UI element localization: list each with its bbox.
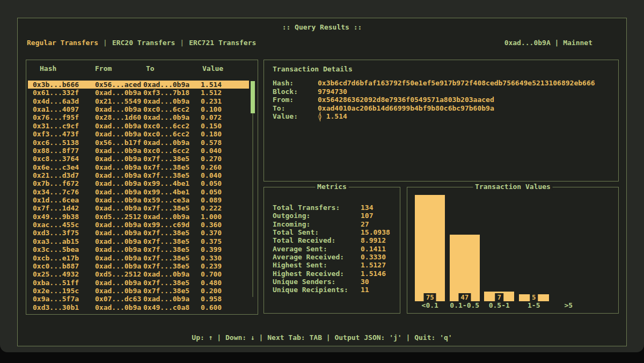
chart-bar: 5 — [519, 294, 549, 301]
scrollbar-track[interactable] — [252, 81, 253, 297]
detail-field: To:0xad4010ac206b14d66999b4bf9b80c6bc97b… — [273, 104, 613, 113]
metric-row: Highest Sent:1.5127 — [273, 261, 396, 269]
cell-from: 0xad...0b9a — [95, 130, 143, 138]
metric-row: Incoming:27 — [273, 220, 396, 228]
metric-value: 27 — [361, 220, 369, 228]
cell-to: 0x99...c69d — [143, 221, 201, 229]
metric-label: Unique Recipients: — [273, 286, 361, 294]
table-row[interactable]: 0xac...455c0xad...0b9a0x99...c69d0.360 — [28, 221, 249, 229]
chart-bar-area — [551, 195, 586, 301]
metrics-panel: Metrics Total Transfers:134Outgoing:107I… — [264, 187, 400, 314]
table-row[interactable]: 0x88...8f770xad...0b9a0xc0...6cc20.040 — [28, 147, 249, 155]
table-row[interactable]: 0x1d...6cea0xad...0b9a0x59...ce3a0.089 — [28, 196, 249, 204]
table-row[interactable]: 0x61...332f0xad...0b9a0xf3...7b181.512 — [28, 89, 249, 97]
cell-to: 0xad...0b9a — [143, 295, 201, 303]
table-row[interactable]: 0xc8...37640xad...0b9a0x7f...38e50.270 — [28, 155, 249, 163]
bar-chart: 75<0.1470.1-0.570.5-151-5>5 — [413, 195, 586, 310]
cell-hash: 0x4d...6a3d — [33, 97, 95, 105]
table-row[interactable]: 0x31...c9cf0xad...0b9a0xc0...6cc20.150 — [28, 122, 249, 130]
cell-to: 0x7f...38e5 — [143, 279, 201, 287]
metric-row: Outgoing:107 — [273, 212, 396, 220]
metric-value: 8.9912 — [361, 236, 386, 244]
metric-value: 1.5146 — [361, 270, 386, 278]
cell-from: 0xad...0b9a — [95, 237, 143, 245]
detail-field-value: 0x3b6cd7d6bfaf163792f50e1ef5e917b972f408… — [318, 79, 595, 88]
table-row[interactable]: 0xa3...ab150xad...0b9a0x7f...38e50.375 — [28, 237, 249, 245]
cell-to: 0x7f...38e5 — [143, 245, 201, 253]
metric-label: Total Transfers: — [273, 204, 361, 212]
metrics-list: Total Transfers:134Outgoing:107Incoming:… — [273, 204, 396, 294]
detail-field: Value:◊ 1.514 — [273, 112, 613, 121]
cell-from: 0xad...0b9a — [95, 303, 143, 311]
cell-value: 0.600 — [201, 303, 222, 311]
metric-value: 1.5127 — [361, 261, 386, 269]
table-row[interactable]: 0x49...9b380xd5...25120xad...0b9a1.000 — [28, 213, 249, 221]
cell-from: 0xad...0b9a — [95, 179, 143, 187]
scrollbar-thumb[interactable] — [251, 81, 255, 113]
cell-hash: 0x7b...f672 — [33, 179, 95, 187]
cell-hash: 0x7f...1d42 — [33, 204, 95, 212]
wallet-separator: | — [551, 39, 563, 47]
table-row[interactable]: 0xf3...473f0xad...0b9a0xc0...6cc20.180 — [28, 130, 249, 138]
metric-value: 0.1411 — [361, 245, 386, 253]
chart-bar-value: 75 — [424, 293, 436, 301]
table-row[interactable]: 0x7b...f6720xad...0b9a0x99...4be10.050 — [28, 179, 249, 187]
chart-bar-value: 5 — [530, 293, 538, 301]
tab-erc20-transfers[interactable]: ERC20 Transfers — [112, 39, 175, 47]
cell-to: 0x49...c0a8 — [143, 303, 201, 311]
cell-hash: 0xd3...3f75 — [33, 229, 95, 237]
metric-row: Unique Recipients:11 — [273, 286, 396, 294]
cell-hash: 0xac...455c — [33, 221, 95, 229]
table-row[interactable]: 0x34...7c760xad...0b9a0x99...4be10.050 — [28, 188, 249, 196]
cell-to: 0xad...0b9a — [143, 97, 201, 105]
chart-bar-value: 7 — [495, 293, 503, 301]
table-row[interactable]: 0xc0...b8870xad...0b9a0x7f...38e50.239 — [28, 262, 249, 270]
table-row[interactable]: 0x3b...b6660x56...aced0xad...0b9a1.514 — [28, 81, 249, 89]
table-row[interactable]: 0x7f...1d420xad...0b9a0x7f...38e50.222 — [28, 204, 249, 212]
cell-to: 0x59...ce3a — [143, 196, 201, 204]
cell-value: 0.480 — [201, 279, 222, 287]
tab-regular-transfers[interactable]: Regular Transfers — [27, 39, 98, 47]
tab-separator: | — [180, 39, 184, 47]
cell-to: 0xc0...6cc2 — [143, 122, 201, 130]
cell-value: 0.040 — [201, 147, 222, 155]
keybindings-footer: Up: ↑ | Down: ↓ | Next Tab: TAB | Output… — [18, 333, 626, 342]
cell-hash: 0x3c...5bea — [33, 245, 95, 253]
cell-from: 0x28...1d60 — [95, 113, 143, 121]
table-row[interactable]: 0x76...f95f0x28...1d600xad...0b9a0.072 — [28, 113, 249, 121]
cell-from: 0xd5...2512 — [95, 213, 143, 221]
metric-label: Incoming: — [273, 220, 361, 228]
cell-value: 0.370 — [201, 229, 222, 237]
eth-diamond-icon: ◊ — [318, 112, 322, 121]
table-row[interactable]: 0x25...49320xd5...25120xad...0b9a0.700 — [28, 270, 249, 278]
column-header-value: Value — [202, 64, 223, 72]
table-row[interactable]: 0x21...d3d70xad...0b9a0x7f...38e50.040 — [28, 171, 249, 179]
cell-value: 0.260 — [201, 163, 222, 171]
table-row[interactable]: 0xa1...40970xad...0b9a0xc0...6cc20.100 — [28, 105, 249, 113]
network-label: Mainnet — [563, 39, 592, 47]
page-title: :: Query Results :: — [18, 23, 626, 31]
table-row[interactable]: 0x3c...5bea0xad...0b9a0x7f...38e50.399 — [28, 245, 249, 253]
chart-bar-area: 75 — [413, 195, 448, 301]
table-row[interactable]: 0x2e...195c0xad...0b9a0x7f...38e50.200 — [28, 287, 249, 295]
table-row[interactable]: 0x9a...5f7a0x07...dc630xad...0b9a0.958 — [28, 295, 249, 303]
chart-bar: 75 — [415, 195, 445, 301]
cell-hash: 0x3b...b666 — [33, 81, 95, 89]
table-row[interactable]: 0xc6...51380x56...b17f0xad...0b9a0.578 — [28, 139, 249, 147]
cell-to: 0x7f...38e5 — [143, 163, 201, 171]
table-row[interactable]: 0xd3...30b10xad...0b9a0x49...c0a80.600 — [28, 303, 249, 311]
metric-label: Average Received: — [273, 253, 361, 261]
table-row[interactable]: 0xba...51ff0xad...0b9a0x7f...38e50.480 — [28, 279, 249, 287]
metric-label: Total Received: — [273, 236, 361, 244]
cell-from: 0xad...0b9a — [95, 105, 143, 113]
tab-erc721-transfers[interactable]: ERC721 Transfers — [189, 39, 256, 47]
cell-from: 0x56...b17f — [95, 139, 143, 147]
cell-hash: 0xa3...ab15 — [33, 237, 95, 245]
cell-value: 0.270 — [201, 155, 222, 163]
cell-to: 0xad...0b9a — [143, 113, 201, 121]
table-row[interactable]: 0x4d...6a3d0x21...55490xad...0b9a0.231 — [28, 97, 249, 105]
metric-row: Unique Senders:30 — [273, 278, 396, 286]
table-row[interactable]: 0xd3...3f750xad...0b9a0x7f...38e50.370 — [28, 229, 249, 237]
table-row[interactable]: 0x6e...c3e40xad...0b9a0x7f...38e50.260 — [28, 163, 249, 171]
table-row[interactable]: 0xcb...e17b0xad...0b9a0x7f...38e50.330 — [28, 254, 249, 262]
